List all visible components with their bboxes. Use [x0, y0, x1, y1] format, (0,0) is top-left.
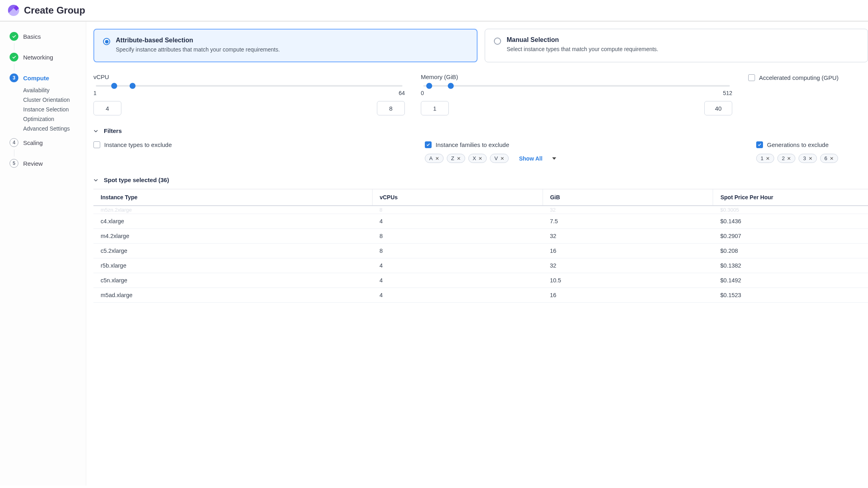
close-icon: ✕: [830, 156, 834, 161]
card-title: Attribute-based Selection: [116, 37, 280, 44]
generation-chip[interactable]: 2✕: [777, 154, 795, 163]
step-label: Basics: [23, 33, 41, 40]
close-icon: ✕: [435, 156, 439, 161]
vcpu-min-input[interactable]: [93, 101, 121, 115]
step-label: Networking: [23, 54, 53, 61]
selection-mode-attribute[interactable]: Attribute-based Selection Specify instan…: [93, 29, 478, 62]
gpu-checkbox[interactable]: Accelerated computing (GPU): [748, 74, 868, 81]
memory-slider-thumb-min[interactable]: [426, 83, 432, 89]
vcpu-slider[interactable]: [96, 85, 402, 87]
table-row: m5zn.2xlarge832$0.3005: [93, 206, 868, 214]
table-row[interactable]: c5.2xlarge816$0.208: [93, 244, 868, 258]
spot-types-table: Instance Type vCPUs GiB Spot Price Per H…: [93, 189, 868, 303]
table-row[interactable]: c5n.xlarge410.5$0.1492: [93, 273, 868, 288]
spot-types-toggle[interactable]: Spot type selected (36): [93, 177, 868, 183]
vcpu-label: vCPU: [93, 73, 405, 80]
checkbox-icon: [425, 141, 432, 148]
gpu-label: Accelerated computing (GPU): [759, 74, 838, 81]
close-icon: ✕: [766, 156, 770, 161]
check-icon: [10, 32, 18, 41]
close-icon: ✕: [809, 156, 813, 161]
compute-substeps: Availability Cluster Orientation Instanc…: [23, 85, 86, 136]
checkbox-label: Instance families to exclude: [436, 141, 509, 148]
generation-chip[interactable]: 1✕: [756, 154, 774, 163]
memory-scale-max: 512: [723, 90, 732, 96]
generation-chip[interactable]: 3✕: [799, 154, 816, 163]
step-connector: [14, 64, 14, 71]
family-chip[interactable]: A✕: [425, 154, 444, 163]
generations-exclude-checkbox[interactable]: Generations to exclude: [756, 141, 868, 148]
col-instance-type[interactable]: Instance Type: [93, 189, 372, 206]
card-title: Manual Selection: [507, 36, 658, 44]
checkbox-icon: [93, 141, 100, 148]
checkbox-icon: [748, 74, 755, 81]
memory-max-input[interactable]: [704, 101, 732, 115]
close-icon: ✕: [787, 156, 791, 161]
memory-slider-thumb-max[interactable]: [448, 83, 454, 89]
radio-icon: [494, 38, 501, 45]
check-icon: [10, 53, 18, 61]
step-connector: [14, 149, 14, 157]
selection-mode-manual[interactable]: Manual Selection Select instance types t…: [485, 29, 868, 62]
memory-slider[interactable]: [423, 85, 730, 87]
vcpu-slider-block: vCPU 1 64: [93, 73, 405, 115]
generation-chips: 1✕ 2✕ 3✕ 6✕: [756, 154, 868, 163]
step-compute[interactable]: 3 Compute: [10, 71, 86, 85]
substep-advanced-settings[interactable]: Advanced Settings: [23, 125, 86, 132]
step-label: Compute: [23, 75, 49, 81]
vcpu-slider-thumb-min[interactable]: [111, 83, 117, 89]
substep-instance-selection[interactable]: Instance Selection: [23, 106, 86, 113]
table-row[interactable]: r5b.xlarge432$0.1382: [93, 258, 868, 273]
chevron-down-icon: [93, 129, 98, 133]
substep-availability[interactable]: Availability: [23, 87, 86, 93]
checkbox-label: Instance types to exclude: [104, 141, 172, 148]
checkbox-icon: [756, 141, 763, 148]
spot-types-heading: Spot type selected (36): [104, 177, 169, 183]
card-description: Specify instance attributes that match y…: [116, 46, 280, 53]
step-networking[interactable]: Networking: [10, 50, 86, 64]
radio-icon: [103, 38, 110, 45]
col-vcpus[interactable]: vCPUs: [372, 189, 543, 206]
filters-toggle[interactable]: Filters: [93, 127, 868, 134]
family-chip[interactable]: V✕: [490, 154, 509, 163]
filters-heading: Filters: [104, 127, 122, 134]
memory-min-input[interactable]: [421, 101, 449, 115]
page-title: Create Group: [24, 5, 85, 16]
card-description: Select instance types that match your co…: [507, 46, 658, 52]
instance-types-exclude-checkbox[interactable]: Instance types to exclude: [93, 141, 409, 148]
chevron-down-icon: [93, 178, 98, 183]
table-row[interactable]: m5ad.xlarge416$0.1523: [93, 288, 868, 303]
step-basics[interactable]: Basics: [10, 30, 86, 43]
step-number-icon: 3: [10, 73, 18, 82]
memory-scale-min: 0: [421, 90, 424, 96]
vcpu-scale-min: 1: [93, 90, 97, 96]
close-icon: ✕: [500, 156, 504, 161]
step-label: Scaling: [23, 139, 43, 146]
main-content: Attribute-based Selection Specify instan…: [86, 22, 868, 486]
family-chip[interactable]: Z✕: [447, 154, 465, 163]
vcpu-max-input[interactable]: [377, 101, 405, 115]
vcpu-scale-max: 64: [398, 90, 405, 96]
memory-label: Memory (GiB): [421, 73, 732, 80]
step-number-icon: 5: [10, 159, 18, 168]
generation-chip[interactable]: 6✕: [820, 154, 838, 163]
step-number-icon: 4: [10, 138, 18, 147]
table-row[interactable]: c4.xlarge47.5$0.1436: [93, 214, 868, 229]
col-gib[interactable]: GiB: [543, 189, 713, 206]
triangle-down-icon: [552, 157, 556, 160]
step-connector: [14, 43, 14, 50]
col-spot-price[interactable]: Spot Price Per Hour: [713, 189, 868, 206]
family-chips: A✕ Z✕ X✕ V✕ Show All: [425, 154, 740, 163]
substep-optimization[interactable]: Optimization: [23, 116, 86, 122]
step-review[interactable]: 5 Review: [10, 157, 86, 170]
substep-cluster-orientation[interactable]: Cluster Orientation: [23, 97, 86, 103]
step-scaling[interactable]: 4 Scaling: [10, 136, 86, 149]
family-chip[interactable]: X✕: [468, 154, 487, 163]
memory-slider-block: Memory (GiB) 0 512: [421, 73, 732, 115]
show-all-dropdown[interactable]: Show All: [519, 155, 556, 162]
table-row[interactable]: m4.2xlarge832$0.2907: [93, 229, 868, 244]
vcpu-slider-thumb-max[interactable]: [130, 83, 136, 89]
brand-logo-icon: [8, 5, 19, 16]
instance-families-exclude-checkbox[interactable]: Instance families to exclude: [425, 141, 740, 148]
page-header: Create Group: [0, 0, 868, 22]
